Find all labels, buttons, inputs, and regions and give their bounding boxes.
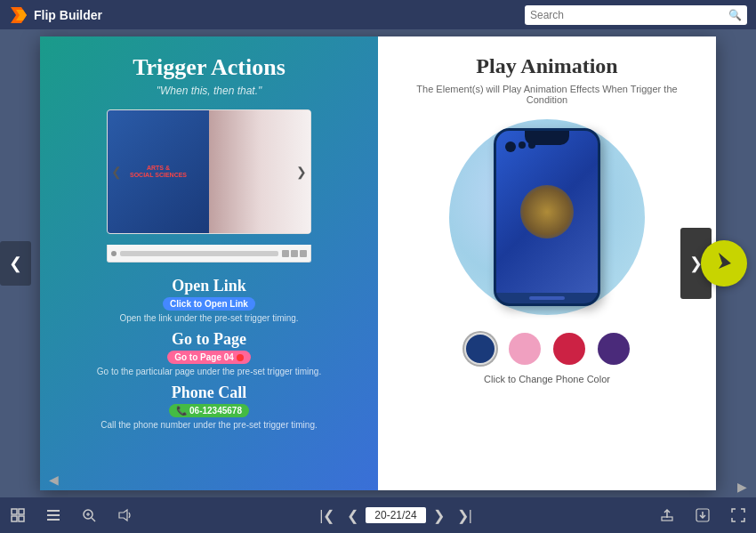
action3-badge[interactable]: 📞 06-12345678 bbox=[169, 404, 249, 417]
svg-rect-15 bbox=[662, 517, 672, 521]
search-box[interactable]: 🔍 bbox=[525, 5, 747, 25]
flipbook-left-panel: ARTS & SOCIAL SCIENCES bbox=[108, 110, 209, 233]
action3-title: Phone Call bbox=[58, 384, 360, 402]
phone-cam-secondary bbox=[519, 141, 526, 149]
action2-red-dot bbox=[237, 354, 244, 361]
right-page: Play Animation The Element(s) will Play … bbox=[378, 36, 716, 490]
color-swatches bbox=[464, 333, 630, 365]
phone-cam-tertiary bbox=[528, 141, 535, 149]
action1-desc: Open the link under the pre-set trigger … bbox=[58, 313, 360, 323]
swatch-pink[interactable] bbox=[509, 333, 541, 365]
svg-rect-9 bbox=[47, 519, 60, 521]
left-page-title: Trigger Actions bbox=[133, 54, 286, 81]
toolbar-icon2 bbox=[291, 250, 298, 257]
flipbook-next-arrow[interactable]: ❯ bbox=[296, 165, 307, 179]
phone-screen bbox=[496, 131, 598, 293]
next-page-button[interactable] bbox=[701, 240, 747, 287]
search-icon: 🔍 bbox=[728, 9, 742, 21]
right-page-subtitle: The Element(s) will Play Animation Effec… bbox=[396, 84, 698, 105]
svg-rect-3 bbox=[12, 509, 17, 514]
swatch-red[interactable] bbox=[553, 333, 585, 365]
search-input[interactable] bbox=[530, 9, 725, 21]
phone-mockup[interactable] bbox=[494, 128, 600, 306]
toolbar-icon1 bbox=[282, 250, 289, 257]
logo-area: Flip Builder bbox=[9, 5, 102, 25]
svg-rect-6 bbox=[19, 516, 24, 521]
flipbook-right-panel bbox=[209, 110, 310, 233]
action-open-link: Open Link Click to Open Link Open the li… bbox=[58, 277, 360, 323]
download-button[interactable] bbox=[685, 497, 720, 533]
action2-badge[interactable]: Go to Page 04 bbox=[167, 351, 251, 364]
phone-circle-background bbox=[449, 119, 645, 315]
prev-page-arrow[interactable]: ❮ bbox=[0, 241, 31, 286]
flip-builder-logo-icon bbox=[9, 5, 28, 25]
toolbar-icons bbox=[282, 250, 307, 257]
flipbook-label-line2: SOCIAL SCIENCES bbox=[130, 172, 187, 179]
action-phone-call: Phone Call 📞 06-12345678 Call the phone … bbox=[58, 384, 360, 430]
page-corner-right-icon[interactable]: ▶ bbox=[737, 480, 747, 494]
svg-marker-14 bbox=[119, 510, 127, 521]
svg-rect-5 bbox=[12, 516, 17, 521]
book-spread: Trigger Actions "When this, then that." … bbox=[40, 36, 716, 490]
svg-rect-8 bbox=[47, 514, 60, 516]
download-icon bbox=[696, 508, 710, 522]
page-navigation: |❮ ❮ 20-21/24 ❯ ❯| bbox=[314, 507, 478, 524]
toolbar-dot bbox=[111, 251, 117, 256]
last-page-button[interactable]: ❯| bbox=[452, 507, 478, 524]
list-icon bbox=[46, 508, 60, 522]
phone-cam-main bbox=[505, 141, 516, 152]
app-name: Flip Builder bbox=[34, 8, 102, 22]
svg-line-11 bbox=[92, 518, 95, 521]
phone-home-bar bbox=[529, 296, 565, 300]
right-page-title: Play Animation bbox=[476, 54, 617, 78]
first-page-button[interactable]: |❮ bbox=[314, 507, 340, 524]
next-page-nav-button[interactable]: ❯ bbox=[428, 507, 450, 524]
zoom-button[interactable] bbox=[71, 497, 107, 533]
page-indicator[interactable]: 20-21/24 bbox=[366, 507, 425, 523]
action3-badge-text: 06-12345678 bbox=[189, 406, 242, 416]
action-go-to-page: Go to Page Go to Page 04 Go to the parti… bbox=[58, 330, 360, 376]
zoom-icon bbox=[82, 508, 96, 522]
cursor-icon bbox=[715, 251, 733, 276]
grid-icon bbox=[11, 508, 25, 522]
action2-badge-text: Go to Page 04 bbox=[174, 352, 234, 362]
svg-marker-2 bbox=[719, 253, 731, 269]
action2-desc: Go to the particular page under the pre-… bbox=[58, 367, 360, 376]
prev-page-button[interactable]: ❮ bbox=[342, 507, 364, 524]
phone-glow-effect bbox=[520, 185, 574, 238]
left-page: Trigger Actions "When this, then that." … bbox=[40, 36, 378, 490]
swatch-dark-blue[interactable] bbox=[464, 333, 496, 365]
flipbook-preview: ARTS & SOCIAL SCIENCES ❮ ❯ bbox=[107, 109, 311, 234]
action1-title: Open Link bbox=[58, 277, 360, 295]
page-corner-left-icon[interactable]: ◀ bbox=[49, 472, 59, 487]
flipbook-toolbar bbox=[107, 245, 311, 262]
list-view-button[interactable] bbox=[36, 497, 71, 533]
svg-rect-7 bbox=[47, 510, 60, 512]
flipbook-prev-arrow[interactable]: ❮ bbox=[111, 165, 122, 179]
color-change-label: Click to Change Phone Color bbox=[484, 374, 610, 384]
share-icon bbox=[660, 508, 674, 522]
flipbook-label-line1: ARTS & bbox=[147, 165, 170, 172]
fullscreen-icon bbox=[731, 508, 745, 522]
swatch-purple[interactable] bbox=[598, 333, 630, 365]
share-button[interactable] bbox=[649, 497, 685, 533]
svg-rect-4 bbox=[19, 509, 24, 514]
main-area: ❮ Trigger Actions "When this, then that.… bbox=[0, 29, 756, 497]
left-page-subtitle: "When this, then that." bbox=[157, 85, 262, 97]
action1-badge[interactable]: Click to Open Link bbox=[163, 297, 255, 311]
fullscreen-button[interactable] bbox=[720, 497, 756, 533]
top-bar: Flip Builder 🔍 bbox=[0, 0, 756, 29]
action3-desc: Call the phone number under the pre-set … bbox=[58, 420, 360, 430]
grid-view-button[interactable] bbox=[0, 497, 36, 533]
sound-icon bbox=[117, 508, 132, 522]
phone-camera-area bbox=[505, 141, 535, 152]
bottom-toolbar: |❮ ❮ 20-21/24 ❯ ❯| bbox=[0, 497, 756, 533]
sound-button[interactable] bbox=[107, 497, 142, 533]
toolbar-progress-bar bbox=[120, 251, 278, 256]
toolbar-icon3 bbox=[300, 250, 307, 257]
action2-title: Go to Page bbox=[58, 330, 360, 349]
